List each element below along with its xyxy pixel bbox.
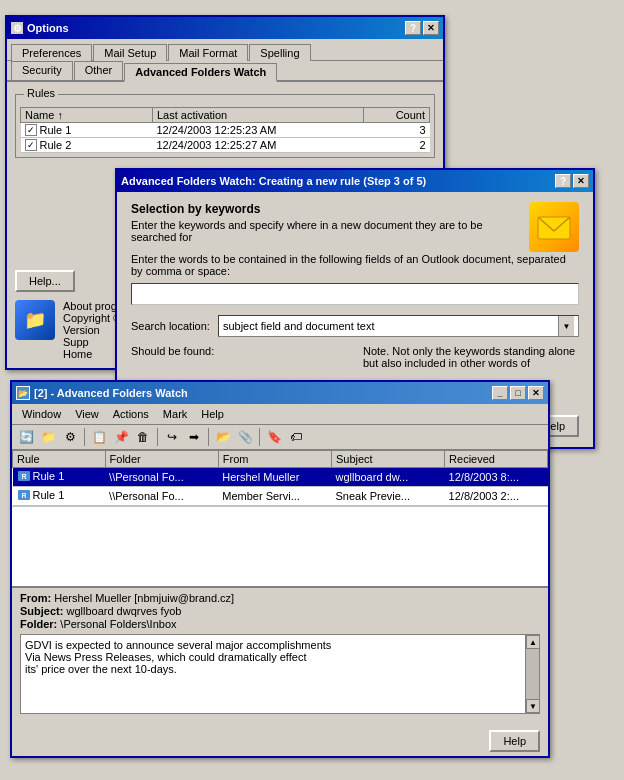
email-row-1[interactable]: R Rule 1 \\Personal Fo... Hershel Muelle… — [13, 468, 548, 487]
afw-window-icon: 📂 — [16, 386, 30, 400]
tab-row-2: Security Other Advanced Folders Watch — [7, 61, 443, 82]
tab-mail-setup[interactable]: Mail Setup — [93, 44, 167, 61]
search-location-select[interactable]: subject field and document text ▼ — [218, 315, 579, 337]
help-icon-btn[interactable]: ? — [405, 21, 421, 35]
col-folder-header: Folder — [105, 451, 218, 468]
should-found-left: Should be found: — [131, 345, 347, 369]
afw-close-button[interactable]: ✕ — [528, 386, 544, 400]
minimize-button[interactable]: _ — [492, 386, 508, 400]
tb-move-icon[interactable]: ↪ — [162, 427, 182, 447]
afw-dialog-help-icon[interactable]: ? — [555, 174, 571, 188]
tb-flag-icon[interactable]: 🏷 — [286, 427, 306, 447]
tab-security[interactable]: Security — [11, 61, 73, 80]
email-1-from: Hershel Mueller — [218, 468, 331, 487]
tab-mail-format[interactable]: Mail Format — [168, 44, 248, 61]
preview-header: From: Hershel Mueller [nbmjuiw@brand.cz]… — [20, 592, 540, 630]
col-rule-header: Rule — [13, 451, 106, 468]
tb-bookmark-icon[interactable]: 🔖 — [264, 427, 284, 447]
tb-copy-icon[interactable]: 📋 — [89, 427, 109, 447]
keywords-input[interactable] — [132, 284, 578, 304]
afw-title-bar: 📂 [2] - Advanced Folders Watch _ □ ✕ — [12, 382, 548, 404]
should-found-right: Note. Not only the keywords standing alo… — [363, 345, 579, 369]
email-2-from: Member Servi... — [218, 487, 331, 506]
about-icon: 📁 — [15, 300, 55, 340]
menu-mark[interactable]: Mark — [157, 406, 193, 422]
email-1-folder: \\Personal Fo... — [105, 468, 218, 487]
preview-subject-row: Subject: wgllboard dwqrves fyob — [20, 605, 540, 617]
should-found-label: Should be found: — [131, 345, 214, 357]
folder-label: Folder: — [20, 618, 57, 630]
toolbar-separator-4 — [259, 428, 260, 446]
rule-2-checkbox[interactable]: ✓ — [25, 139, 37, 151]
email-row-2[interactable]: R Rule 1 \\Personal Fo... Member Servi..… — [13, 487, 548, 506]
rule-1-activation: 12/24/2003 12:25:23 AM — [152, 123, 363, 138]
email-2-subject: Sneak Previe... — [331, 487, 444, 506]
menu-help[interactable]: Help — [195, 406, 230, 422]
afw-dialog-title-bar: Advanced Folders Watch: Creating a new r… — [117, 170, 593, 192]
preview-panel: From: Hershel Mueller [nbmjuiw@brand.cz]… — [12, 586, 548, 718]
email-spacer — [12, 506, 548, 586]
from-value: Hershel Mueller [nbmjuiw@brand.cz] — [54, 592, 234, 604]
email-1-received: 12/8/2003 8:... — [445, 468, 548, 487]
should-found-row: Should be found: Note. Not only the keyw… — [131, 345, 579, 369]
tab-preferences[interactable]: Preferences — [11, 44, 92, 61]
tab-spelling[interactable]: Spelling — [249, 44, 310, 61]
afw-dialog-close-button[interactable]: ✕ — [573, 174, 589, 188]
subject-value: wgllboard dwqrves fyob — [66, 605, 181, 617]
rule-2-name: ✓ Rule 2 — [21, 138, 153, 153]
selection-header: Selection by keywords — [131, 202, 519, 216]
search-location-label: Search location: — [131, 320, 210, 332]
tab-row-1: Preferences Mail Setup Mail Format Spell… — [7, 39, 443, 61]
rule-2-activation: 12/24/2003 12:25:27 AM — [152, 138, 363, 153]
rule-row-1: ✓ Rule 1 12/24/2003 12:25:23 AM 3 — [21, 123, 430, 138]
afw-window-title: [2] - Advanced Folders Watch — [34, 387, 188, 399]
tb-refresh-icon[interactable]: 🔄 — [16, 427, 36, 447]
tb-forward-icon[interactable]: ➡ — [184, 427, 204, 447]
menu-bar: Window View Actions Mark Help — [12, 404, 548, 425]
rule-icon-2: R — [17, 489, 31, 501]
rules-table: Name ↑ Last activation Count ✓ Rule 1 — [20, 107, 430, 153]
options-title-bar: ⚙ Options ? ✕ — [7, 17, 443, 39]
tb-open-icon[interactable]: 📂 — [213, 427, 233, 447]
tb-folder-icon[interactable]: 📁 — [38, 427, 58, 447]
scroll-up-button[interactable]: ▲ — [526, 635, 540, 649]
email-table: Rule Folder From Subject Recieved R Rule… — [12, 450, 548, 506]
options-title: Options — [27, 22, 69, 34]
close-button[interactable]: ✕ — [423, 21, 439, 35]
options-icon: ⚙ — [11, 22, 23, 34]
scroll-down-button[interactable]: ▼ — [526, 699, 540, 713]
afw-help-button[interactable]: Help — [489, 730, 540, 752]
col-subject-header: Subject — [331, 451, 444, 468]
email-1-rule: R Rule 1 — [13, 468, 106, 487]
preview-from-row: From: Hershel Mueller [nbmjuiw@brand.cz] — [20, 592, 540, 604]
tb-settings-icon[interactable]: ⚙ — [60, 427, 80, 447]
col-count-header: Count — [364, 108, 430, 123]
help-button[interactable]: Help... — [15, 270, 75, 292]
rule-1-checkbox[interactable]: ✓ — [25, 124, 37, 136]
email-list-area: Rule Folder From Subject Recieved R Rule… — [12, 450, 548, 506]
preview-body: GDVI is expected to announce several maj… — [20, 634, 540, 714]
select-arrow-icon: ▼ — [558, 316, 574, 336]
col-activation-header: Last activation — [152, 108, 363, 123]
maximize-button[interactable]: □ — [510, 386, 526, 400]
tb-delete-icon[interactable]: 🗑 — [133, 427, 153, 447]
rule-icon-1: R — [17, 470, 31, 482]
menu-window[interactable]: Window — [16, 406, 67, 422]
toolbar-separator-2 — [157, 428, 158, 446]
email-2-rule: R Rule 1 — [13, 487, 106, 506]
should-found-note: Note. Not only the keywords standing alo… — [363, 345, 575, 369]
rule-1-count: 3 — [364, 123, 430, 138]
tb-paste-icon[interactable]: 📌 — [111, 427, 131, 447]
tab-other[interactable]: Other — [74, 61, 124, 80]
rule-2-count: 2 — [364, 138, 430, 153]
toolbar-separator-1 — [84, 428, 85, 446]
selection-desc: Enter the keywords and specify where in … — [131, 219, 519, 243]
email-1-subject: wgllboard dw... — [331, 468, 444, 487]
menu-view[interactable]: View — [69, 406, 105, 422]
scrollbar[interactable]: ▲ ▼ — [525, 635, 539, 713]
col-from-header: From — [218, 451, 331, 468]
tab-afwatch[interactable]: Advanced Folders Watch — [124, 63, 277, 82]
folder-value: \Personal Folders\Inbox — [60, 618, 176, 630]
menu-actions[interactable]: Actions — [107, 406, 155, 422]
tb-attach-icon[interactable]: 📎 — [235, 427, 255, 447]
